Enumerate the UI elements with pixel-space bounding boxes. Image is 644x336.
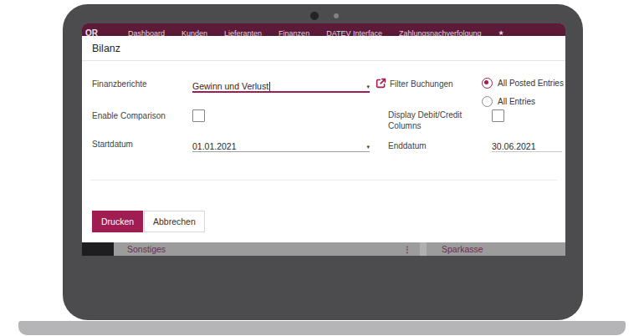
camera-dot-icon (310, 12, 319, 20)
laptop-base (18, 321, 626, 335)
enddatum-label: Enddatum (388, 141, 427, 150)
filter-buchungen-label: Filter Buchungen (390, 79, 453, 89)
radio-all-posted-entries-label: All Posted Entries (498, 79, 564, 88)
startdatum-label: Startdatum (92, 140, 133, 149)
dialog-divider (90, 180, 557, 181)
laptop-frame: OR Dashboard Kunden Lieferanten Finanzen… (63, 4, 583, 320)
menu-item-lieferanten[interactable]: Lieferanten (224, 29, 262, 36)
table-cell-sonstiges: Sonstiges (127, 244, 166, 254)
enable-comparison-checkbox[interactable] (192, 109, 205, 122)
table-cell-sparkasse: Sparkasse (442, 244, 483, 254)
dialog-header: Bilanz (82, 36, 565, 61)
menu-item-datev-interface[interactable]: DATEV Interface (326, 29, 382, 36)
menu-item-dashboard[interactable]: Dashboard (128, 29, 165, 36)
radio-all-posted-entries[interactable]: All Posted Entries (482, 78, 564, 89)
app-topbar: OR Dashboard Kunden Lieferanten Finanzen… (82, 23, 565, 36)
favorites-star-icon[interactable]: ★ (498, 29, 504, 36)
display-debit-credit-checkbox[interactable] (492, 109, 504, 122)
kebab-menu-icon: ⋮ (403, 245, 411, 254)
end-date-value: 30.06.2021 (492, 141, 536, 151)
enable-comparison-label: Enable Comparison (92, 111, 166, 120)
dimmed-sidebar-block (82, 242, 114, 256)
table-row: Sparkasse (427, 242, 565, 256)
external-link-icon[interactable] (376, 77, 386, 88)
display-debit-credit-label: Display Debit/Credit Columns (388, 109, 482, 131)
table-column-separator (420, 242, 427, 256)
finanzberichte-label: Finanzberichte (92, 79, 147, 89)
chevron-down-icon: ▾ (366, 84, 370, 91)
start-date-input[interactable]: 01.01.2021 ▾ (192, 136, 370, 152)
bilanz-dialog: Bilanz Finanzberichte Gewinn und Verlust… (82, 36, 565, 242)
radio-all-entries-label: All Entries (498, 97, 535, 106)
dialog-title: Bilanz (82, 36, 565, 54)
screen: OR Dashboard Kunden Lieferanten Finanzen… (82, 23, 565, 256)
radio-selected-icon (482, 78, 493, 89)
abbrechen-button[interactable]: Abbrechen (144, 211, 205, 232)
camera-dot-small-icon (334, 13, 339, 18)
report-select[interactable]: Gewinn und Verlust ▾ (192, 76, 370, 93)
report-select-value: Gewinn und Verlust (192, 81, 268, 91)
dimmed-background-row: Sonstiges ⋮ Sparkasse (82, 242, 565, 256)
end-date-input[interactable]: 30.06.2021 (492, 136, 562, 152)
menu-item-kunden[interactable]: Kunden (181, 29, 207, 36)
app-logo: OR (85, 29, 98, 36)
table-row: Sonstiges ⋮ (114, 242, 420, 256)
drucken-button[interactable]: Drucken (92, 211, 143, 232)
text-cursor (269, 82, 270, 91)
menu-item-zahlungsnachverfolgung[interactable]: Zahlungsnachverfolgung (399, 29, 482, 36)
start-date-value: 01.01.2021 (192, 141, 237, 151)
radio-unselected-icon (482, 96, 493, 107)
chevron-down-icon: ▾ (366, 144, 370, 151)
radio-all-entries[interactable]: All Entries (482, 96, 535, 107)
menu-item-finanzen[interactable]: Finanzen (279, 29, 309, 36)
